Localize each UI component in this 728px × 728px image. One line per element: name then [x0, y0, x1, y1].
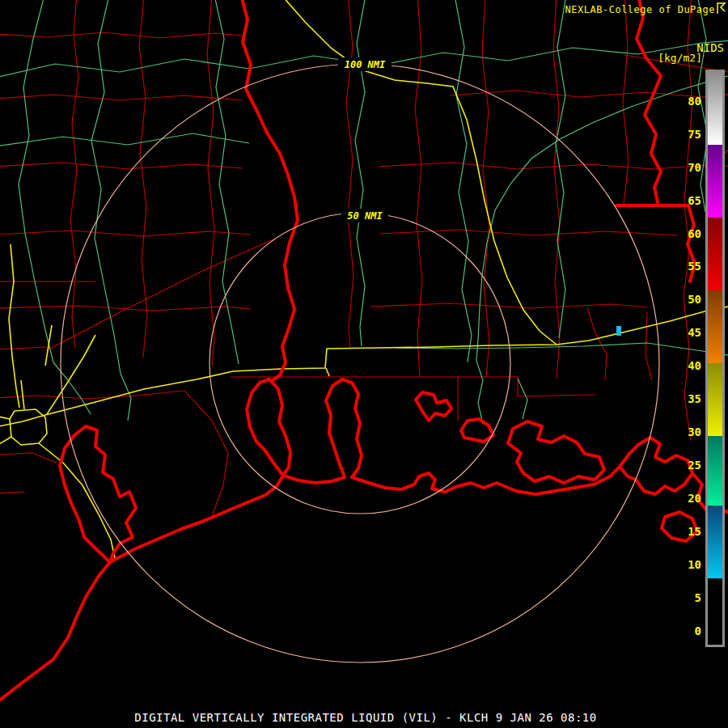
- county-line: [70, 0, 78, 348]
- county-line: [623, 0, 629, 205]
- county-line: [49, 239, 275, 349]
- scale-tick-label: 80: [661, 95, 701, 108]
- range-ring-labels: 100 NMI 50 NMI: [338, 57, 392, 222]
- county-line: [458, 377, 595, 396]
- county-line: [645, 312, 652, 380]
- grand-lake-outline: [508, 421, 604, 483]
- river-line: [91, 0, 121, 374]
- county-line: [207, 0, 214, 366]
- range-ring-100nmi: [61, 64, 659, 662]
- highway-beltway: [10, 409, 47, 445]
- county-line: [184, 391, 228, 516]
- highway-line: [9, 244, 19, 408]
- lake-outline: [416, 392, 451, 421]
- river-line: [53, 362, 91, 414]
- county-line: [587, 307, 607, 380]
- scale-units-label: [kg/m2]: [658, 52, 702, 64]
- scale-segment-teal-green: [708, 436, 722, 506]
- scale-tick-label: 5: [661, 591, 701, 604]
- water-features: [0, 0, 728, 704]
- county-line: [0, 95, 243, 100]
- scale-tick-label: 10: [661, 558, 701, 571]
- county-line: [0, 391, 184, 399]
- ring-label-50nmi: 50 NMI: [347, 210, 383, 222]
- scale-segment-olive-yellow: [708, 363, 722, 436]
- county-line: [0, 32, 243, 38]
- county-line: [0, 163, 243, 169]
- scale-tick-label: 75: [661, 128, 701, 141]
- coastline: [283, 476, 345, 483]
- lake-outline: [461, 419, 493, 442]
- highway-line: [0, 416, 10, 419]
- galveston-bay-outline: [60, 426, 136, 562]
- scale-tick-label: 0: [661, 624, 701, 637]
- scale-segment-purple-magenta: [708, 145, 722, 218]
- scale-segment-gray: [708, 72, 722, 145]
- river-line: [476, 361, 483, 424]
- radar-map: 100 NMI 50 NMI: [0, 0, 728, 728]
- county-line: [380, 230, 678, 235]
- scale-segment-blue-cyan: [708, 506, 722, 578]
- scale-tick-label: 20: [661, 492, 701, 505]
- scale-tick-label: 60: [661, 227, 701, 240]
- sabine-river: [241, 0, 298, 380]
- river-line: [518, 379, 527, 419]
- river-line: [19, 0, 53, 362]
- scale-segment-brown-orange: [708, 290, 722, 363]
- colorbar: [708, 72, 722, 645]
- scale-tick-label: 55: [661, 260, 701, 273]
- coastline: [352, 467, 620, 494]
- coastline: [110, 476, 283, 562]
- river-line: [355, 0, 366, 346]
- ring-label-100nmi: 100 NMI: [345, 59, 386, 70]
- attribution-text: NEXLAB-College of DuPage: [565, 4, 715, 15]
- county-line: [346, 0, 353, 348]
- scale-tick-label: 50: [661, 293, 701, 306]
- scale-segment-black: [708, 578, 722, 645]
- scale-segment-darkred-red: [708, 218, 722, 290]
- scale-tick-label: 35: [661, 392, 701, 405]
- highway-line: [21, 380, 24, 409]
- radar-echo: [616, 326, 621, 336]
- highway-line: [281, 0, 557, 345]
- scale-tick-label: 30: [661, 425, 701, 438]
- scale-tick-label: 45: [661, 326, 701, 339]
- highway-line: [0, 437, 11, 447]
- county-line: [482, 0, 489, 377]
- calcasieu-lake-outline: [326, 379, 362, 477]
- river-line: [0, 133, 249, 146]
- highway-i10: [0, 306, 728, 427]
- county-line: [0, 492, 24, 493]
- county-line: [370, 303, 647, 308]
- range-rings: [61, 64, 659, 662]
- county-line: [139, 0, 147, 358]
- county-line: [0, 453, 57, 463]
- scale-tick-label: 65: [661, 194, 701, 207]
- sabine-lake-outline: [247, 379, 290, 476]
- highway-line: [326, 368, 329, 376]
- county-line: [0, 231, 251, 236]
- river-line: [121, 374, 131, 421]
- river-line: [396, 343, 728, 356]
- highway-line: [45, 325, 52, 366]
- county-line: [0, 347, 47, 349]
- scale-tick-label: 40: [661, 359, 701, 372]
- scale-tick-label: 25: [661, 459, 701, 472]
- coastline: [0, 562, 110, 704]
- mississippi-river: [637, 0, 661, 202]
- cod-flag-icon: [715, 1, 726, 15]
- river-line: [214, 0, 239, 364]
- scale-tick-label: 70: [661, 161, 701, 174]
- product-title: DIGITAL VERTICALLY INTEGRATED LIQUID (VI…: [0, 711, 728, 724]
- county-boundaries: [0, 0, 728, 516]
- radar-display: 100 NMI 50 NMI NEXLAB-College of DuPage …: [0, 0, 728, 728]
- scale-tick-label: 15: [661, 525, 701, 538]
